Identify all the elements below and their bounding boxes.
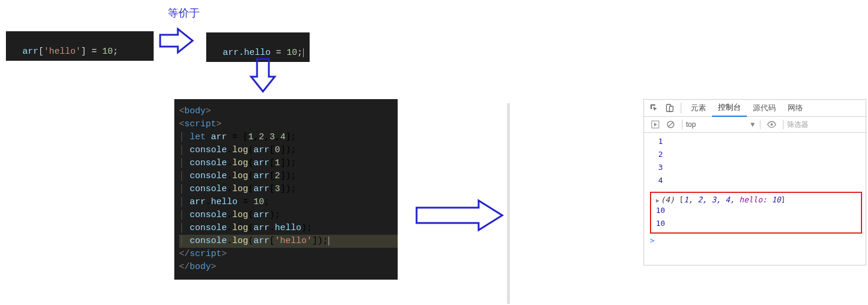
- console-row: 3: [658, 161, 866, 174]
- arrow-down-icon: [248, 56, 278, 97]
- context-select[interactable]: top ▼: [686, 120, 756, 129]
- svg-rect-1: [669, 106, 673, 111]
- console-array-line[interactable]: ▶(4) [1, 2, 3, 4, hello: 10]: [656, 195, 856, 204]
- code-text: arr['hello'] = 10;: [22, 47, 118, 57]
- arrow-right-icon: [157, 26, 199, 55]
- equiv-label: 等价于: [168, 6, 200, 20]
- console-highlight-box: ▶(4) [1, 2, 3, 4, hello: 10] 10 10: [650, 192, 862, 234]
- console-row: 10: [656, 204, 856, 217]
- inspect-icon[interactable]: [649, 103, 659, 113]
- svg-point-5: [771, 123, 773, 126]
- filter-label[interactable]: 筛选器: [787, 120, 808, 130]
- tab-console[interactable]: 控制台: [712, 99, 747, 117]
- console-prompt[interactable]: >: [644, 236, 866, 245]
- devtools-panel: 元素 控制台 源代码 网络 top ▼ 筛选器 1 2 3 4 ▶(4) [1,…: [643, 99, 866, 265]
- console-row: 1: [658, 135, 866, 148]
- console-row: 10: [656, 217, 856, 230]
- svg-line-4: [668, 122, 673, 127]
- eye-icon[interactable]: [766, 119, 777, 130]
- tab-sources[interactable]: 源代码: [747, 100, 782, 116]
- arrow-output-icon: [414, 198, 508, 233]
- console-row: 2: [658, 148, 866, 161]
- code-snippet-left: arr['hello'] = 10;: [6, 31, 154, 61]
- expand-icon[interactable]: ▶: [656, 197, 659, 204]
- devtools-tabs: 元素 控制台 源代码 网络: [644, 100, 866, 117]
- clear-icon[interactable]: [665, 119, 676, 130]
- device-icon[interactable]: [664, 103, 675, 113]
- play-icon[interactable]: [650, 119, 661, 130]
- console-output: 1 2 3 4: [644, 133, 866, 189]
- code-block-main: <body> <script> │ let arr = [1,2,3,4]; │…: [174, 99, 398, 280]
- tab-elements[interactable]: 元素: [685, 100, 712, 116]
- devtools-toolbar: top ▼ 筛选器: [644, 117, 866, 133]
- tab-network[interactable]: 网络: [782, 100, 809, 116]
- console-row: 4: [658, 174, 866, 187]
